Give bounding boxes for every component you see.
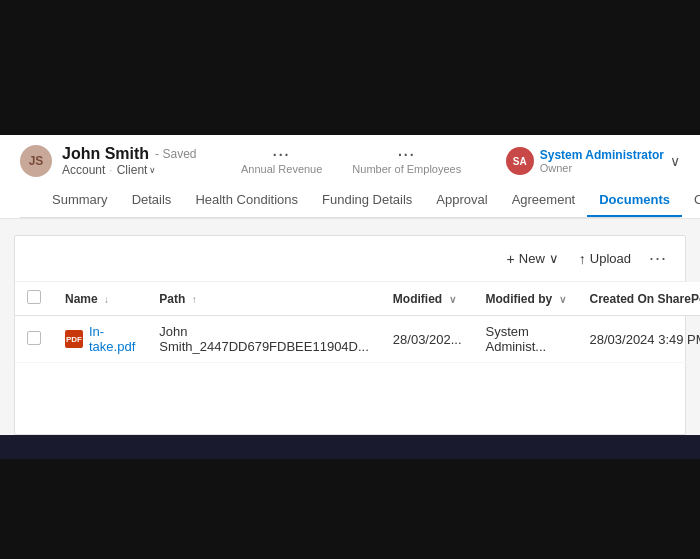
- col-path: Path ↑: [147, 282, 381, 316]
- upload-button[interactable]: ↑ Upload: [571, 247, 639, 271]
- docs-toolbar: + New ∨ ↑ Upload ···: [15, 236, 685, 282]
- file-name[interactable]: In-take.pdf: [89, 324, 135, 354]
- owner-name[interactable]: System Administrator: [540, 148, 664, 162]
- col-created-sharepoint-label[interactable]: Created On SharePoint: [590, 292, 700, 306]
- header-checkbox[interactable]: [27, 290, 41, 304]
- docs-table-body: PDF In-take.pdf John Smith_2447DD679FDBE…: [15, 316, 700, 363]
- stat-annual-revenue-label: Annual Revenue: [241, 163, 322, 175]
- new-plus-icon: +: [507, 251, 515, 267]
- upload-icon: ↑: [579, 251, 586, 267]
- stat-employees: ··· Number of Employees: [352, 147, 461, 175]
- new-button[interactable]: + New ∨: [499, 247, 567, 271]
- row-modified-cell: 28/03/202...: [381, 316, 474, 363]
- owner-role-label: Owner: [540, 162, 664, 174]
- owner-block: SA System Administrator Owner ∨: [506, 147, 680, 175]
- row-checkbox[interactable]: [27, 331, 41, 345]
- col-name: Name ↓: [53, 282, 147, 316]
- documents-panel: + New ∨ ↑ Upload ···: [14, 235, 686, 435]
- row-checkbox-cell: [15, 316, 53, 363]
- record-header-top: JS John Smith - Saved Account · Client ∨: [20, 145, 680, 183]
- record-name-block: John Smith - Saved Account · Client ∨: [62, 145, 196, 177]
- tab-summary[interactable]: Summary: [40, 184, 120, 217]
- tab-agreement[interactable]: Agreement: [500, 184, 588, 217]
- top-black-bar: [0, 0, 700, 135]
- record-identity: JS John Smith - Saved Account · Client ∨: [20, 145, 196, 177]
- stat-annual-revenue: ··· Annual Revenue: [241, 147, 322, 175]
- pdf-file-icon: PDF: [65, 330, 83, 348]
- col-modified-sort-icon[interactable]: ∨: [449, 294, 456, 305]
- owner-chevron-icon[interactable]: ∨: [670, 153, 680, 169]
- record-saved-label: - Saved: [155, 147, 196, 161]
- screen-wrapper: JS John Smith - Saved Account · Client ∨: [0, 0, 700, 559]
- nav-tabs: Summary Details Health Conditions Fundin…: [20, 183, 680, 218]
- row-created-sharepoint-value: 28/03/2024 3:49 PM: [590, 332, 700, 347]
- tab-health-conditions[interactable]: Health Conditions: [183, 184, 310, 217]
- row-created-sharepoint-cell: 28/03/2024 3:49 PM: [578, 316, 700, 363]
- tab-funding-details[interactable]: Funding Details: [310, 184, 424, 217]
- account-label[interactable]: Account: [62, 163, 105, 177]
- col-name-sort-icon[interactable]: ↓: [104, 294, 109, 305]
- tab-details[interactable]: Details: [120, 184, 184, 217]
- col-modified: Modified ∨: [381, 282, 474, 316]
- record-name-row: John Smith - Saved: [62, 145, 196, 163]
- bottom-black-bar: [0, 459, 700, 559]
- avatar: JS: [20, 145, 52, 177]
- record-stats: ··· Annual Revenue ··· Number of Employe…: [241, 147, 461, 175]
- table-header-row: Name ↓ Path ↑ Modified ∨ Modified by: [15, 282, 700, 316]
- owner-avatar: SA: [506, 147, 534, 175]
- content-area: JS John Smith - Saved Account · Client ∨: [0, 135, 700, 435]
- col-name-label[interactable]: Name: [65, 292, 98, 306]
- client-link[interactable]: Client ∨: [117, 163, 157, 177]
- row-name-cell: PDF In-take.pdf: [53, 316, 147, 363]
- stat-employees-label: Number of Employees: [352, 163, 461, 175]
- col-created-on-sharepoint: Created On SharePoint ∨: [578, 282, 700, 316]
- record-header: JS John Smith - Saved Account · Client ∨: [0, 135, 700, 219]
- record-subtitle: Account · Client ∨: [62, 163, 196, 177]
- stat-employees-value: ···: [352, 147, 461, 163]
- header-checkbox-col: [15, 282, 53, 316]
- record-name-text: John Smith: [62, 145, 149, 163]
- toolbar-more-button[interactable]: ···: [643, 244, 673, 273]
- row-modified-value: 28/03/202...: [393, 332, 462, 347]
- col-modified-by-label[interactable]: Modified by: [486, 292, 553, 306]
- col-modified-by-sort-icon[interactable]: ∨: [559, 294, 566, 305]
- row-modified-by-value: System Administ...: [486, 324, 547, 354]
- documents-table: Name ↓ Path ↑ Modified ∨ Modified by: [15, 282, 700, 363]
- stat-annual-revenue-value: ···: [241, 147, 322, 163]
- new-label: New: [519, 251, 545, 266]
- upload-label: Upload: [590, 251, 631, 266]
- table-row[interactable]: PDF In-take.pdf John Smith_2447DD679FDBE…: [15, 316, 700, 363]
- owner-info: System Administrator Owner: [540, 148, 664, 174]
- row-path-cell: John Smith_2447DD679FDBEE11904D...: [147, 316, 381, 363]
- row-path-value: John Smith_2447DD679FDBEE11904D...: [159, 324, 369, 354]
- row-modified-by-cell: System Administ...: [474, 316, 578, 363]
- client-chevron-icon: ∨: [149, 165, 156, 175]
- tab-connections[interactable]: Connections: [682, 184, 700, 217]
- new-chevron-icon: ∨: [549, 251, 559, 266]
- col-modified-by: Modified by ∨: [474, 282, 578, 316]
- col-path-sort-icon[interactable]: ↑: [192, 294, 197, 305]
- tab-approval[interactable]: Approval: [424, 184, 499, 217]
- tab-documents[interactable]: Documents: [587, 184, 682, 217]
- col-modified-label[interactable]: Modified: [393, 292, 442, 306]
- subtitle-separator: ·: [109, 163, 112, 177]
- file-link[interactable]: PDF In-take.pdf: [65, 324, 135, 354]
- col-path-label[interactable]: Path: [159, 292, 185, 306]
